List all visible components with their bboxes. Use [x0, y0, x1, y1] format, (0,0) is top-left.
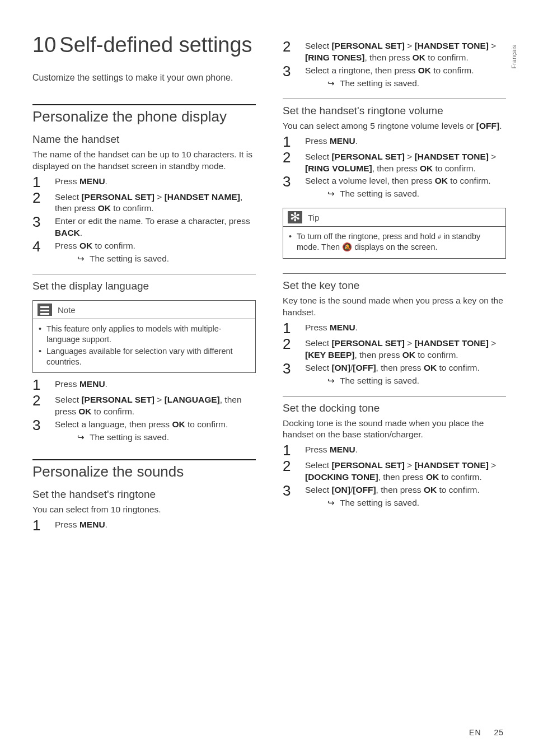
left-column: 10Self-defined settings Customize the se… — [32, 34, 256, 538]
language-side-tab: Français — [511, 45, 517, 68]
result-text: The setting is saved. — [305, 375, 506, 387]
note-item: This feature only applies to models with… — [39, 324, 250, 345]
footer-page-number: 25 — [494, 728, 504, 737]
steps-list: Press MENU. — [32, 519, 256, 534]
step-item: Select [PERSONAL SET] > [LANGUAGE], then… — [32, 394, 256, 418]
step-item: Enter or edit the name. To erase a chara… — [32, 216, 256, 239]
step-item: Select a language, then press OK to conf… — [32, 419, 256, 444]
callout-label: Note — [58, 305, 76, 315]
chapter-number: 10 — [32, 34, 56, 57]
sub-docking-tone: Set the docking tone — [283, 402, 506, 414]
step-item: Press MENU. — [283, 322, 506, 337]
sub-handset-ringtone: Set the handset's ringtone — [32, 488, 256, 501]
step-item: Press MENU. — [283, 136, 506, 150]
sub-display-language: Set the display language — [32, 280, 256, 292]
result-text: The setting is saved. — [305, 188, 506, 200]
step-item: Press MENU. — [32, 519, 256, 534]
steps-list: Press MENU. Select [PERSONAL SET] > [LAN… — [32, 379, 256, 444]
callout-header: Note — [33, 301, 255, 319]
step-item: Select [PERSONAL SET] > [HANDSET TONE] >… — [283, 460, 506, 483]
callout-header: ✻ Tip — [283, 208, 505, 227]
note-icon — [38, 304, 52, 316]
steps-list: Press MENU. Select [PERSONAL SET] > [HAN… — [283, 322, 506, 387]
content-columns: 10Self-defined settings Customize the se… — [32, 34, 506, 538]
callout-body: To turn off the ringtone, press and hold… — [283, 227, 505, 258]
page-footer: EN 25 — [469, 728, 504, 737]
tip-icon: ✻ — [288, 211, 302, 223]
right-column: Select [PERSONAL SET] > [HANDSET TONE] >… — [283, 34, 506, 538]
result-text: The setting is saved. — [305, 497, 506, 509]
steps-list: Press MENU. Select [PERSONAL SET] > [HAN… — [283, 444, 506, 509]
step-item: Select [ON]/[OFF], then press OK to conf… — [283, 484, 506, 509]
note-callout: Note This feature only applies to models… — [32, 300, 256, 373]
callout-body: This feature only applies to models with… — [33, 319, 255, 372]
step-item: Select [PERSONAL SET] > [HANDSET NAME], … — [32, 192, 256, 215]
step-item: Press OK to confirm. The setting is save… — [32, 240, 256, 265]
step-item: Press MENU. — [283, 444, 506, 459]
sub-ringtone-volume: Set the handset's ringtone volume — [283, 105, 506, 117]
tip-item: To turn off the ringtone, press and hold… — [289, 231, 500, 253]
step-item: Select a volume level, then press OK to … — [283, 175, 506, 200]
divider — [283, 396, 506, 396]
divider — [283, 99, 506, 99]
section-personalize-sounds: Personalize the sounds — [32, 464, 256, 480]
mute-icon: 🔕 — [342, 242, 352, 251]
step-item: Select [ON]/[OFF], then press OK to conf… — [283, 362, 506, 387]
sub-key-tone: Set the key tone — [283, 279, 506, 292]
sub-name-handset: Name the handset — [32, 133, 256, 146]
divider — [32, 459, 256, 460]
chapter-heading: 10Self-defined settings — [32, 34, 256, 57]
section-personalize-display: Personalize the phone display — [32, 109, 256, 125]
lead-text: The name of the handset can be up to 10 … — [32, 149, 256, 172]
lead-text: You can select from 10 ringtones. — [32, 504, 256, 516]
lead-text: You can select among 5 ringtone volume l… — [283, 120, 506, 132]
steps-list: Press MENU. Select [PERSONAL SET] > [HAN… — [283, 136, 506, 200]
result-text: The setting is saved. — [305, 78, 506, 90]
tip-callout: ✻ Tip To turn off the ringtone, press an… — [283, 208, 506, 259]
step-item: Press MENU. — [32, 176, 256, 190]
divider — [32, 104, 256, 105]
step-item: Select [PERSONAL SET] > [HANDSET TONE] >… — [283, 151, 506, 175]
lead-text: Key tone is the sound made when you pres… — [283, 295, 506, 319]
chapter-title: Self-defined settings — [59, 33, 252, 57]
result-text: The setting is saved. — [55, 432, 256, 444]
step-item: Press MENU. — [32, 379, 256, 393]
chapter-intro: Customize the settings to make it your o… — [32, 73, 256, 83]
steps-list: Select [PERSONAL SET] > [HANDSET TONE] >… — [283, 40, 506, 90]
result-text: The setting is saved. — [55, 253, 256, 265]
steps-list: Press MENU. Select [PERSONAL SET] > [HAN… — [32, 176, 256, 265]
page: Français 10Self-defined settings Customi… — [0, 0, 534, 756]
callout-label: Tip — [308, 213, 319, 222]
note-item: Languages available for selection vary w… — [39, 346, 250, 367]
divider — [32, 274, 256, 274]
step-item: Select a ringtone, then press OK to conf… — [283, 65, 506, 90]
step-item: Select [PERSONAL SET] > [HANDSET TONE] >… — [283, 40, 506, 64]
divider — [283, 273, 506, 274]
lead-text: Docking tone is the sound made when you … — [283, 418, 506, 441]
footer-lang: EN — [469, 728, 481, 737]
step-item: Select [PERSONAL SET] > [HANDSET TONE] >… — [283, 338, 506, 361]
